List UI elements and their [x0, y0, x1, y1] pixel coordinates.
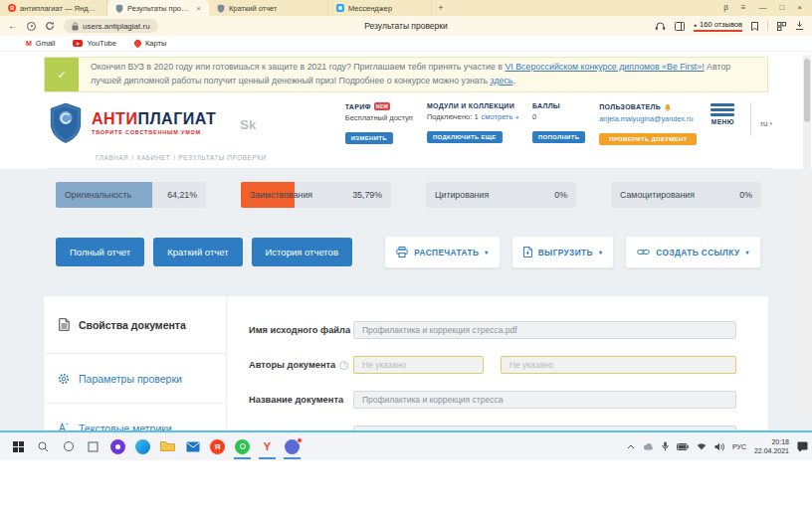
tariff-label: ТАРИФ [345, 103, 371, 110]
metric-label: Оригинальность [65, 190, 131, 200]
action-center-icon[interactable] [797, 441, 808, 452]
tab-messenger[interactable]: Мессенджер [328, 0, 432, 16]
microphone-icon[interactable] [662, 441, 669, 451]
edge-browser-icon[interactable] [130, 432, 155, 460]
check-document-button[interactable]: ПРОВЕРИТЬ ДОКУМЕНТ [599, 133, 697, 145]
page-scrollbar[interactable] [803, 55, 811, 427]
metric-label: Самоцитирования [620, 190, 695, 200]
scrollbar-thumb[interactable] [804, 59, 810, 122]
contest-link[interactable]: VI Всероссийском конкурсе дипломов «Be F… [506, 62, 705, 72]
chevron-down-icon: ▾ [769, 120, 772, 126]
sidebar-item-document-properties[interactable]: Свойства документа [44, 296, 226, 354]
document-panel: Свойства документа Параметры проверки A~… [44, 296, 768, 430]
field-label: Имя исходного файла [249, 325, 353, 335]
modules-view-link[interactable]: смотреть [482, 112, 513, 121]
voice-assistant-icon[interactable] [655, 21, 666, 31]
user-email-link[interactable]: anjela.malyugina@yandex.ru [599, 114, 697, 123]
report-history-button[interactable]: История отчетов [252, 238, 352, 266]
skolkovo-logo: Sk [240, 117, 256, 132]
mail-app-icon[interactable] [180, 432, 205, 460]
bookmark-maps[interactable]: Карты [134, 39, 166, 48]
modules-label: МОДУЛИ И КОЛЛЕКЦИИ [427, 102, 518, 109]
reviews-dot-icon: ● [694, 22, 697, 28]
address-bar[interactable]: users.antiplagiat.ru [64, 19, 158, 33]
close-icon[interactable]: × [797, 4, 802, 12]
downloads-icon[interactable] [795, 21, 804, 31]
breadcrumb-current: РЕЗУЛЬТАТЫ ПРОВЕРКИ [179, 154, 267, 161]
top-up-button[interactable]: ПОПОЛНИТЬ [532, 131, 585, 143]
input-language-indicator[interactable]: РУС [732, 443, 746, 450]
maximize-icon[interactable]: □ [779, 4, 784, 12]
author-input-2[interactable] [501, 356, 736, 374]
taskbar-search-icon[interactable] [31, 432, 56, 460]
alice-assistant-icon[interactable] [105, 432, 130, 460]
back-icon[interactable]: ← [8, 21, 18, 31]
metrics-row: Оригинальность 64,21% Заимствования 35,7… [56, 182, 761, 208]
help-icon[interactable]: ? [339, 361, 348, 370]
metric-value: 35,79% [352, 190, 382, 200]
yandex-browser-icon[interactable]: Я [205, 432, 230, 460]
battery-icon[interactable] [677, 443, 689, 450]
chevron-down-icon: ▾ [485, 249, 488, 256]
sidebar-item-check-parameters[interactable]: Параметры проверки [44, 354, 226, 404]
document-title-input[interactable] [353, 391, 736, 409]
breadcrumb-cabinet[interactable]: КАБИНЕТ [137, 154, 171, 161]
browser-profile-icon[interactable] [27, 22, 36, 31]
browser-toolbar: ← users.antiplagiat.ru Результаты провер… [0, 16, 812, 36]
tariff-section: ТАРИФNEW Бесплатный доступ ИЗМЕНИТЬ [345, 102, 413, 144]
tab-yandex-search[interactable]: Я антиплагиат — Яндекс: н [0, 0, 107, 16]
cortana-icon[interactable] [56, 432, 81, 460]
bookmark-youtube[interactable]: ▶ YouTube [73, 39, 115, 48]
metric-value: 64,21% [167, 190, 197, 200]
sidebar-item-text-metrics[interactable]: A~ Текстовые метрики [44, 404, 226, 430]
clock-time: 20:18 [754, 437, 789, 446]
taskbar-clock[interactable]: 20:18 22.04.2021 [754, 437, 789, 456]
file-explorer-icon[interactable] [155, 432, 180, 460]
menu-label: МЕНЮ [710, 118, 734, 125]
tab-check-results[interactable]: Результаты проверки × [107, 0, 209, 16]
create-link-button[interactable]: СОЗДАТЬ ССЫЛКУ ▾ [625, 236, 761, 268]
bookmark-gmail[interactable]: M Gmail [26, 39, 55, 48]
tab-close-icon[interactable]: × [196, 4, 201, 13]
menu-button[interactable]: МЕНЮ [710, 102, 734, 125]
chevron-down-icon: ▾ [515, 114, 518, 120]
language-selector[interactable]: ru ▾ [750, 102, 772, 136]
breadcrumb-home[interactable]: ГЛАВНАЯ [96, 154, 128, 161]
bookmark-icon[interactable] [751, 22, 758, 31]
export-button[interactable]: ВЫГРУЗИТЬ ▾ [511, 236, 615, 268]
tab-brief-report[interactable]: Краткий отчет [209, 0, 328, 16]
antiplagiat-logo[interactable]: АНТИПЛАГИАТ ТВОРИТЕ СОБСТВЕННЫМ УМОМ Sk [48, 102, 256, 144]
site-reviews-badge[interactable]: ● 160 отзывов [694, 20, 742, 32]
change-tariff-button[interactable]: ИЗМЕНИТЬ [345, 132, 393, 144]
start-button[interactable] [6, 432, 31, 460]
notification-app-icon[interactable] [280, 432, 304, 460]
button-label: РАСПЕЧАТАТЬ [414, 248, 479, 257]
antiplagiat-favicon [217, 4, 225, 13]
author-input-1[interactable] [353, 356, 484, 374]
print-button[interactable]: РАСПЕЧАТАТЬ ▾ [384, 236, 500, 268]
collections-icon[interactable] [777, 22, 786, 31]
browser-beta-icon[interactable]: β [723, 4, 728, 12]
onedrive-icon[interactable] [643, 443, 654, 450]
sidebar-panel-icon[interactable] [675, 22, 685, 31]
field-label: Название документа [249, 395, 353, 405]
printer-icon [396, 247, 408, 257]
file-name-input[interactable] [353, 321, 736, 339]
text-metrics-icon: A~ [57, 424, 71, 430]
metric-citations: Цитирования 0% [426, 182, 576, 208]
whatsapp-icon[interactable] [230, 432, 255, 460]
shield-logo-icon [48, 102, 84, 144]
network-icon[interactable] [697, 442, 707, 450]
minimize-icon[interactable]: — [758, 4, 766, 12]
task-view-icon[interactable] [81, 432, 105, 460]
connect-more-button[interactable]: ПОДКЛЮЧИТЬ ЕЩЕ [427, 131, 503, 143]
brief-report-button[interactable]: Краткий отчет [153, 238, 242, 266]
new-tab-button[interactable]: + [432, 0, 450, 16]
volume-icon[interactable] [714, 442, 724, 451]
reload-icon[interactable] [45, 21, 55, 31]
here-link[interactable]: здесь [491, 76, 513, 85]
browser-menu-icon[interactable]: ≡ [741, 4, 746, 12]
tray-expand-icon[interactable] [627, 444, 635, 449]
yandex-app-icon[interactable]: Y [255, 432, 280, 460]
full-report-button[interactable]: Полный отчет [56, 238, 144, 266]
